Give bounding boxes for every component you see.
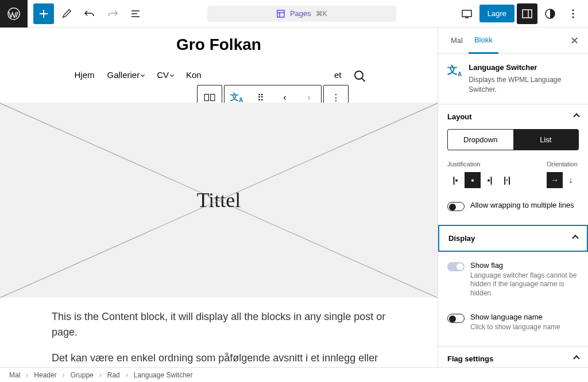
crumb-header[interactable]: Header bbox=[34, 371, 56, 379]
search-icon bbox=[354, 71, 363, 80]
show-name-label: Show language name bbox=[470, 313, 560, 321]
post-title[interactable]: Tittel bbox=[197, 188, 241, 212]
chevron-up-icon bbox=[573, 113, 579, 119]
close-sidebar-button[interactable]: ✕ bbox=[568, 32, 581, 49]
svg-rect-3 bbox=[523, 10, 532, 18]
panel-layout-toggle[interactable]: Layout bbox=[438, 104, 588, 129]
nav-cv[interactable]: CV bbox=[157, 70, 173, 80]
tab-blokk[interactable]: Blokk bbox=[469, 28, 498, 54]
view-button[interactable] bbox=[457, 3, 477, 24]
crumb-gruppe[interactable]: Gruppe bbox=[71, 371, 94, 379]
svg-rect-8 bbox=[204, 94, 208, 100]
content-p2: Det kan være en enkel ordning som påfølg… bbox=[52, 350, 386, 367]
panel-flag-settings-toggle[interactable]: Flag settings bbox=[438, 346, 588, 367]
nav-search[interactable] bbox=[354, 71, 363, 80]
svg-point-5 bbox=[572, 9, 574, 11]
content-block[interactable]: This is the Content block, it will displ… bbox=[0, 298, 438, 367]
block-description: Displays the WPML Language Switcher. bbox=[469, 75, 579, 95]
settings-sidebar: Mal Blokk ✕ 文A Language Switcher Display… bbox=[438, 28, 588, 367]
svg-point-6 bbox=[572, 13, 574, 14]
orient-vertical-button[interactable]: ↓ bbox=[563, 172, 579, 188]
orient-horizontal-button[interactable]: → bbox=[547, 172, 563, 188]
nav-kontakt[interactable]: Kon bbox=[186, 70, 209, 80]
crumb-mal[interactable]: Mal bbox=[9, 371, 20, 379]
nav-gallerier[interactable]: Gallerier bbox=[107, 70, 144, 80]
block-breadcrumb: Mal› Header› Gruppe› Rad› Language Switc… bbox=[0, 367, 588, 382]
page-icon bbox=[276, 9, 285, 18]
svg-point-7 bbox=[572, 16, 574, 18]
crumb-ls[interactable]: Language Switcher bbox=[134, 371, 193, 379]
content-p1: This is the Content block, it will displ… bbox=[52, 309, 386, 340]
chevron-up-icon bbox=[572, 235, 578, 241]
page-label: Pages bbox=[290, 9, 311, 18]
justification-label: Justification bbox=[447, 161, 515, 167]
show-flag-toggle[interactable] bbox=[447, 262, 465, 271]
nav-galleriet[interactable]: et bbox=[334, 70, 342, 80]
justify-right-button[interactable]: ▪| bbox=[482, 172, 498, 188]
orientation-label: Orientation bbox=[547, 161, 579, 167]
featured-image-placeholder[interactable]: Tittel bbox=[0, 103, 438, 298]
shortcut-hint: ⌘K bbox=[316, 10, 327, 18]
chevron-up-icon bbox=[573, 356, 579, 362]
undo-button[interactable] bbox=[79, 3, 100, 24]
svg-rect-1 bbox=[277, 10, 284, 17]
show-name-toggle[interactable] bbox=[447, 314, 465, 323]
page-selector[interactable]: Pages ⌘K bbox=[207, 6, 396, 22]
svg-rect-2 bbox=[462, 10, 471, 17]
wordpress-logo[interactable] bbox=[0, 0, 28, 28]
save-button[interactable]: Lagre bbox=[479, 5, 514, 22]
list-view-button[interactable] bbox=[125, 3, 146, 24]
layout-dropdown-option[interactable]: Dropdown bbox=[448, 130, 513, 150]
editor-canvas[interactable]: Gro Folkan Hjem Gallerier CV Kon et 文A ⠿… bbox=[0, 28, 438, 367]
show-flag-hint: Language switcher flags cannot be hidden… bbox=[470, 271, 579, 298]
justify-space-button[interactable]: |·| bbox=[499, 172, 515, 188]
nav-hjem[interactable]: Hjem bbox=[74, 70, 94, 80]
crumb-rad[interactable]: Rad bbox=[107, 371, 120, 379]
svg-rect-9 bbox=[211, 94, 215, 100]
edit-button[interactable] bbox=[56, 3, 77, 24]
panel-display-toggle[interactable]: Display bbox=[439, 226, 587, 251]
justify-center-button[interactable]: ▪ bbox=[465, 172, 481, 188]
site-title[interactable]: Gro Folkan bbox=[0, 36, 438, 54]
show-name-hint: Click to show language name bbox=[470, 323, 560, 332]
settings-sidebar-button[interactable] bbox=[517, 3, 537, 24]
show-flag-label: Show flag bbox=[470, 261, 579, 270]
justify-left-button[interactable]: |▪ bbox=[447, 172, 463, 188]
redo-button[interactable] bbox=[102, 3, 123, 24]
wrap-label: Allow wrapping to multiple lines bbox=[470, 201, 574, 209]
add-block-button[interactable] bbox=[33, 3, 54, 24]
tab-mal[interactable]: Mal bbox=[445, 28, 469, 53]
more-menu-button[interactable] bbox=[563, 3, 583, 24]
styles-button[interactable] bbox=[540, 3, 560, 24]
block-name: Language Switcher bbox=[469, 63, 579, 72]
language-icon: 文A bbox=[447, 63, 462, 95]
wrap-toggle[interactable] bbox=[447, 202, 465, 211]
layout-list-option[interactable]: List bbox=[513, 130, 579, 150]
